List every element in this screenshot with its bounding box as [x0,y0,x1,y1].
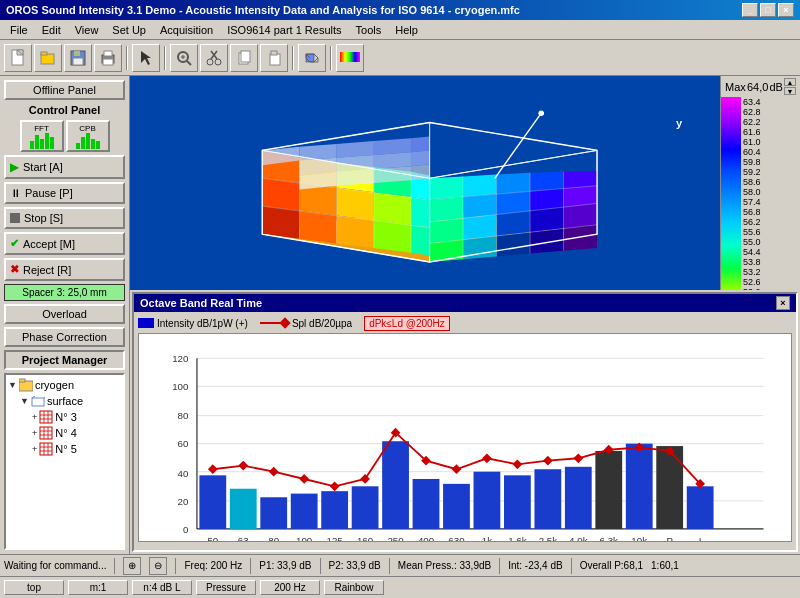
bottom-btn-top[interactable]: top [4,580,64,595]
menu-edit[interactable]: Edit [36,23,67,37]
x-label-125: 125 [327,534,343,541]
chart-area: 120 100 80 60 40 20 0 [138,333,792,542]
phase-correction-button[interactable]: Phase Correction [4,327,125,347]
cpb-bar-5 [96,141,100,149]
y-label-100: 100 [172,381,189,392]
reject-label: Reject [R] [23,264,71,276]
paste-button[interactable] [260,44,288,72]
reject-button[interactable]: ✖ Reject [R] [4,258,125,281]
save-button[interactable] [64,44,92,72]
svg-line-27 [314,54,318,58]
cpb-button[interactable]: CPB [66,120,110,152]
cursor-button[interactable] [132,44,160,72]
max-down-spinner[interactable]: ▼ [784,87,796,95]
svg-rect-31 [19,379,25,382]
bottom-btn-pressure[interactable]: Pressure [196,580,256,595]
svg-marker-88 [564,225,597,251]
bar-2.5k [534,469,561,529]
menu-iso9614[interactable]: ISO9614 part 1 Results [221,23,347,37]
pause-button[interactable]: ⏸ Pause [P] [4,182,125,204]
svg-marker-100 [337,169,374,186]
rotate-button[interactable] [298,44,326,72]
svg-rect-4 [41,52,47,55]
stop-button[interactable]: Stop [S] [4,207,125,229]
fft-bar-1 [30,141,34,149]
svg-marker-74 [430,197,463,222]
waiting-text: Waiting for command... [4,560,106,571]
tree-item-n5[interactable]: + N° 5 [32,441,121,457]
cut-button[interactable] [200,44,228,72]
max-up-spinner[interactable]: ▲ [784,78,796,86]
menu-tools[interactable]: Tools [350,23,388,37]
status-icon-2: ⊖ [149,557,167,575]
scale-header: Max 64,0 dB ▲ ▼ [721,76,800,97]
scale-label: 58.6 [743,177,800,187]
svg-marker-63 [262,206,299,239]
menu-bar: File Edit View Set Up Acquisition ISO961… [0,20,800,40]
svg-marker-75 [463,194,496,218]
scale-label: 61.6 [743,127,800,137]
menu-help[interactable]: Help [389,23,424,37]
minimize-button[interactable]: _ [742,3,758,17]
tree-item-n4[interactable]: + N° 4 [32,425,121,441]
svg-marker-93 [374,138,411,155]
accept-button[interactable]: ✔ Accept [M] [4,232,125,255]
grid-red-icon-n5 [39,442,53,456]
svg-marker-86 [497,232,530,256]
fft-label: FFT [30,124,54,133]
start-button[interactable]: ▶ Start [A] [4,155,125,179]
bottom-btn-m1[interactable]: m:1 [68,580,128,595]
menu-acquisition[interactable]: Acquisition [154,23,219,37]
svg-rect-21 [241,51,250,62]
bottom-btn-200hz[interactable]: 200 Hz [260,580,320,595]
y-axis-label: y [676,117,683,129]
bottom-btn-rainbow[interactable]: Rainbow [324,580,384,595]
scale-label: 52.6 [743,277,800,287]
zoom-button[interactable] [170,44,198,72]
overload-button[interactable]: Overload [4,304,125,324]
max-label: Max [725,81,746,93]
fft-bar-4 [45,133,49,149]
scale-label: 60.4 [743,147,800,157]
tree-item-cryogen[interactable]: ▼ cryogen [8,377,121,393]
close-button[interactable]: × [778,3,794,17]
start-label: Start [A] [23,161,63,173]
legend-row: Intensity dB/1pW (+) Spl dB/20µpa dPk≤Ld… [138,316,792,333]
menu-setup[interactable]: Set Up [106,23,152,37]
cpb-bars [76,133,100,149]
offline-panel-button[interactable]: Offline Panel [4,80,125,100]
legend-bar-icon [138,318,154,328]
scale-label: 53.2 [743,267,800,277]
scale-label: 62.2 [743,117,800,127]
copy-button[interactable] [230,44,258,72]
fft-button[interactable]: FFT [20,120,64,152]
svg-point-18 [207,59,213,65]
octave-close-button[interactable]: × [776,296,790,310]
bar-I [687,486,714,529]
menu-file[interactable]: File [4,23,34,37]
bottom-btn-n4[interactable]: n:4 dB L [132,580,192,595]
status-mean: Mean Press.: 33,9dB [398,560,491,571]
color-button[interactable] [336,44,364,72]
svg-marker-80 [463,215,496,240]
svg-marker-65 [337,215,374,248]
svg-rect-35 [40,411,52,423]
tree-item-n3[interactable]: + N° 3 [32,409,121,425]
y-label-80: 80 [178,410,189,421]
separator-4 [330,46,332,70]
print-button[interactable] [94,44,122,72]
status-int: Int: -23,4 dB [508,560,562,571]
svg-marker-61 [374,192,411,225]
maximize-button[interactable]: □ [760,3,776,17]
open-button[interactable] [34,44,62,72]
x-label-63: 63 [238,534,249,541]
bar-1.6k [504,475,531,529]
legend-intensity: Intensity dB/1pW (+) [138,318,248,329]
tree-item-surface[interactable]: ▼ surface [20,393,121,409]
menu-view[interactable]: View [69,23,105,37]
left-panel: Offline Panel Control Panel FFT [0,76,130,554]
new-button[interactable] [4,44,32,72]
cpb-bar-4 [91,139,95,149]
octave-title: Octave Band Real Time [140,297,262,309]
surface-icon [31,394,45,408]
